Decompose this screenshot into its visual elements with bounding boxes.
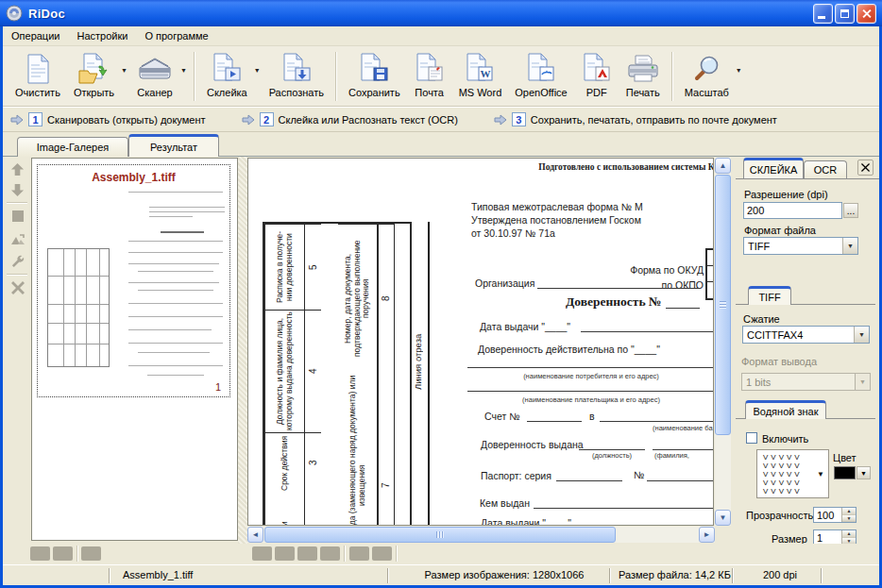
compression-select[interactable]: CCITTFAX4▼ [742,326,870,344]
watermark-pattern-select[interactable]: VVVVV VVVVV VVVVV VVVVV VVVVV ▼ [756,449,829,498]
image-gallery-panel: Assembly_1.tiff [31,158,238,541]
rail-separator [7,274,27,276]
tab-result[interactable]: Результат [128,134,219,157]
thumbnail-title: Assembly_1.tiff [38,171,229,184]
step-label: Склейка или Распознать текст (OCR) [279,114,458,126]
horizontal-scroll-thumb[interactable] [264,527,616,543]
svg-text:W: W [481,68,491,79]
mail-button[interactable]: Почта [407,50,452,100]
bottom-toolbar [3,544,879,564]
doc-issued-by: Кем выдан [480,497,530,509]
table-col7-label: Номер и дата наряда (заменяющего наряд д… [338,373,378,526]
scroll-up-button[interactable]: ▲ [715,158,731,174]
scanner-dropdown-arrow[interactable]: ▼ [180,67,187,74]
opacity-spinner[interactable]: 100 ▲▼ [813,507,857,523]
table-col8-label: Номер, дата документа, подтверждающего в… [338,224,378,373]
open-dropdown-arrow[interactable]: ▼ [121,67,127,74]
app-logo-icon [6,5,23,22]
open-button[interactable]: Открыть [67,50,121,100]
move-up-icon [9,161,25,177]
step-arrow-icon [494,114,507,126]
msword-button[interactable]: W MS Word [452,50,509,100]
spin-down-icon: ▼ [842,515,856,523]
panel-close-button[interactable] [857,160,874,176]
separator [396,546,398,562]
gallery-side-toolbar [3,157,31,544]
watermark-enable-checkbox[interactable] [746,432,757,444]
doc-prepared-note: Подготовлено с использованием системы Ко [538,162,714,172]
thumbnail-table-sketch [47,248,110,367]
spin-up-icon: ▲ [842,530,856,538]
scanner-icon [136,52,174,86]
table-col3-num: 3 [304,432,321,493]
menu-settings[interactable]: Настройки [68,27,136,44]
panel-splitter[interactable] [238,157,247,544]
menu-about[interactable]: О программе [136,27,216,44]
file-format-select[interactable]: TIFF▼ [743,237,858,255]
resolution-input[interactable] [743,202,842,219]
scanner-button[interactable]: Сканер [129,50,180,100]
doc-valid-until: Доверенность действительна по "____" [478,344,660,355]
status-dpi: 200 dpi [739,569,821,580]
color-dropdown-button[interactable]: ▼ [857,466,871,479]
tiff-group-tab[interactable]: TIFF [748,286,791,305]
color-swatch[interactable] [834,466,856,479]
disabled-button [349,546,369,561]
minimize-button[interactable] [813,4,833,24]
recognize-button[interactable]: Распознать [263,50,331,100]
ridoc-window: RiDoc Операции Настройки О программе [0,0,882,588]
recognize-icon [280,52,313,86]
output-format-select: 1 bits▼ [741,373,871,391]
scroll-down-button[interactable]: ▼ [715,510,731,526]
doc-surname-caption: (фамилия, [654,451,714,460]
zoom-dropdown-arrow[interactable]: ▼ [736,67,742,74]
merge-dropdown-arrow[interactable]: ▼ [254,67,261,74]
vertical-scroll-thumb[interactable] [715,175,731,435]
disabled-button [252,546,272,561]
clear-button[interactable]: Очистить [8,50,67,100]
doc-position-caption: (должность) [573,451,651,460]
window-title: RiDoc [28,7,65,21]
tab-ocr-settings[interactable]: OCR [804,160,847,178]
save-button[interactable]: Сохранить [342,50,407,100]
scrollbar-corner [715,527,731,543]
menu-operations[interactable]: Операции [3,27,68,44]
merge-button[interactable]: Склейка [200,50,254,100]
maximize-button[interactable] [835,4,855,24]
scroll-right-button[interactable]: ► [699,527,715,543]
clear-icon [24,52,52,86]
zoom-button[interactable]: Масштаб [678,50,736,100]
step-label: Сохранить, печатать, отправить по почте … [531,114,777,126]
table-col8-num: 8 [378,224,395,373]
msword-icon: W [464,52,496,86]
doc-in-word: в [589,411,595,422]
scroll-left-button[interactable]: ◄ [247,527,263,543]
table-col5-label: Расписка в получе-нии доверенности [264,224,304,310]
step-number: 3 [512,112,526,126]
doc-bank-caption: (наименование ба [653,424,714,432]
file-format-label: Формат файла [744,225,816,236]
doc-payer-caption: (наименование плательщика и его адрес) [467,395,714,404]
tab-image-gallery[interactable]: Image-Галерея [17,137,128,157]
disabled-button [81,546,101,561]
spin-up-icon: ▲ [842,508,856,515]
result-document-view[interactable]: Подготовлено с использованием системы Ко… [247,158,714,526]
output-format-label: Формат вывода [741,356,817,367]
doc-horizontal-scrollbar[interactable]: ◄ ► [247,527,715,543]
tab-merge-settings[interactable]: СКЛЕЙКА [743,158,804,178]
pdf-button[interactable]: PDF [574,50,619,100]
step-1: 1 Сканировать (открыть) документ [10,112,206,126]
compression-label: Сжатие [743,313,780,325]
doc-vertical-scrollbar[interactable]: ▲ ▼ [715,158,731,526]
table-col7-num: 7 [378,373,395,526]
watermark-group-tab[interactable]: Водяной знак [745,400,826,419]
resolution-more-button[interactable]: ... [843,203,858,218]
print-button[interactable]: Печать [619,50,667,100]
thumbnail-assembly-1[interactable]: Assembly_1.tiff [37,164,230,397]
openoffice-button[interactable]: OpenOffice [508,50,573,100]
mail-icon [414,52,446,86]
disabled-button [30,546,50,561]
doc-passport-number-sign: № [634,469,644,480]
close-button[interactable] [857,4,876,24]
disabled-button [297,546,317,561]
